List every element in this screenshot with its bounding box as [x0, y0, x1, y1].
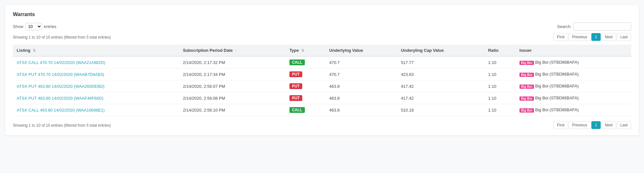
previous-button-bottom[interactable]: Previous	[569, 121, 591, 129]
issuer-name: Big Boi (STBD86BAFA)	[535, 60, 579, 65]
date-cell: 2/14/2020, 2:56:10 PM	[179, 104, 286, 116]
listing-link[interactable]: ATSX CALL 463.80 14/02/2020 (WAA16698E1)	[17, 108, 105, 113]
cap-value-cell: 417.42	[397, 80, 484, 92]
info-text-bottom: Showing 1 to 10 of 10 entries (filtered …	[13, 123, 111, 128]
col-date: Subscription Period Date ↑	[179, 45, 286, 56]
col-listing: Listing ⇅	[13, 45, 179, 56]
issuer-name: Big Boi (STBD86BAFA)	[535, 107, 579, 112]
table-body: ATSX CALL 470.70 14/02/2020 (WAA21A882D)…	[13, 56, 631, 116]
search-input[interactable]	[573, 23, 631, 31]
search-box: Search:	[557, 23, 631, 31]
controls-top: Show 10 25 50 100 entries Search:	[13, 23, 631, 31]
issuer-cell: Big BoiBig Boi (STBD86BAFA)	[516, 68, 631, 80]
issuer-cell: Big BoiBig Boi (STBD86BAFA)	[516, 56, 631, 68]
sort-icon-type[interactable]: ⇅	[301, 49, 304, 52]
issuer-name: Big Boi (STBD86BAFA)	[535, 72, 579, 77]
ratio-cell: 1:10	[484, 92, 515, 104]
info-text-top: Showing 1 to 10 of 10 entries (filtered …	[13, 35, 111, 40]
show-entries: Show 10 25 50 100 entries	[13, 23, 56, 30]
type-badge: CALL	[289, 107, 305, 113]
issuer-badge: Big Boi	[519, 96, 534, 101]
ratio-cell: 1:10	[484, 68, 515, 80]
underlying-value-cell: 470.7	[325, 68, 397, 80]
issuer-name: Big Boi (STBD86BAFA)	[535, 84, 579, 88]
col-issuer: Issuer	[516, 45, 631, 56]
col-ratio: Ratio	[484, 45, 515, 56]
cap-value-cell: 423.63	[397, 68, 484, 80]
sort-icon-date[interactable]: ↑	[235, 49, 237, 52]
cap-value-cell: 510.18	[397, 104, 484, 116]
table-row: ATSX CALL 463.80 14/02/2020 (WAA16698E1)…	[13, 104, 631, 116]
date-cell: 2/14/2020, 2:56:08 PM	[179, 92, 286, 104]
issuer-cell: Big BoiBig Boi (STBD86BAFA)	[516, 104, 631, 116]
last-button-bottom[interactable]: Last	[617, 121, 631, 129]
ratio-cell: 1:10	[484, 56, 515, 68]
ratio-cell: 1:10	[484, 104, 515, 116]
next-button-top[interactable]: Next	[601, 33, 616, 41]
page-1-button-top[interactable]: 1	[591, 33, 601, 41]
page-title: Warrants	[13, 12, 631, 17]
previous-button-top[interactable]: Previous	[569, 33, 591, 41]
entries-label: entries	[44, 24, 56, 29]
page-1-button-bottom[interactable]: 1	[591, 121, 601, 129]
issuer-badge: Big Boi	[519, 85, 534, 89]
sort-icon-listing[interactable]: ⇅	[33, 49, 36, 52]
issuer-badge: Big Boi	[519, 108, 534, 113]
date-cell: 2/14/2020, 2:17:34 PM	[179, 68, 286, 80]
issuer-badge: Big Boi	[519, 61, 534, 65]
top-info-row: Showing 1 to 10 of 10 entries (filtered …	[13, 33, 631, 43]
table-row: ATSX PUT 470.70 14/02/2020 (WAAB7D4AB3)2…	[13, 68, 631, 80]
table-row: ATSX PUT 463.80 14/02/2020 (WAA260DEBD)2…	[13, 80, 631, 92]
underlying-value-cell: 463.8	[325, 80, 397, 92]
issuer-badge: Big Boi	[519, 73, 534, 77]
col-type: Type ⇅	[286, 45, 325, 56]
warrants-panel: Warrants Show 10 25 50 100 entries Searc…	[5, 5, 639, 135]
entries-select[interactable]: 10 25 50 100	[25, 23, 42, 30]
table-header: Listing ⇅ Subscription Period Date ↑ Typ…	[13, 45, 631, 56]
show-label: Show	[13, 24, 23, 29]
underlying-value-cell: 463.8	[325, 104, 397, 116]
issuer-cell: Big BoiBig Boi (STBD86BAFA)	[516, 92, 631, 104]
last-button-top[interactable]: Last	[617, 33, 631, 41]
listing-link[interactable]: ATSX PUT 470.70 14/02/2020 (WAAB7D4AB3)	[17, 72, 104, 77]
date-cell: 2/14/2020, 2:17:32 PM	[179, 56, 286, 68]
type-badge: PUT	[289, 95, 302, 101]
listing-link[interactable]: ATSX PUT 463.80 14/02/2020 (WAA260DEBD)	[17, 84, 105, 89]
issuer-cell: Big BoiBig Boi (STBD86BAFA)	[516, 80, 631, 92]
type-badge: PUT	[289, 71, 302, 77]
pagination-bottom: First Previous 1 Next Last	[554, 121, 631, 129]
underlying-value-cell: 470.7	[325, 56, 397, 68]
ratio-cell: 1:10	[484, 80, 515, 92]
next-button-bottom[interactable]: Next	[601, 121, 616, 129]
type-badge: CALL	[289, 59, 305, 65]
col-underlying-value: Underlying Value	[325, 45, 397, 56]
type-badge: PUT	[289, 83, 302, 89]
bottom-controls: Showing 1 to 10 of 10 entries (filtered …	[13, 119, 631, 129]
cap-value-cell: 517.77	[397, 56, 484, 68]
listing-link[interactable]: ATSX PUT 463.80 14/02/2020 (WAAF46F66D)	[17, 96, 103, 101]
table-row: ATSX PUT 463.80 14/02/2020 (WAAF46F66D)2…	[13, 92, 631, 104]
underlying-value-cell: 463.8	[325, 92, 397, 104]
date-cell: 2/14/2020, 2:56:07 PM	[179, 80, 286, 92]
first-button-bottom[interactable]: First	[554, 121, 568, 129]
issuer-name: Big Boi (STBD86BAFA)	[535, 96, 579, 100]
table-row: ATSX CALL 470.70 14/02/2020 (WAA21A882D)…	[13, 56, 631, 68]
warrants-table: Listing ⇅ Subscription Period Date ↑ Typ…	[13, 45, 631, 116]
cap-value-cell: 417.42	[397, 92, 484, 104]
pagination-top: First Previous 1 Next Last	[554, 33, 631, 41]
search-label: Search:	[557, 24, 571, 29]
first-button-top[interactable]: First	[554, 33, 568, 41]
listing-link[interactable]: ATSX CALL 470.70 14/02/2020 (WAA21A882D)	[17, 60, 105, 65]
col-cap-value: Underyling Cap Value	[397, 45, 484, 56]
